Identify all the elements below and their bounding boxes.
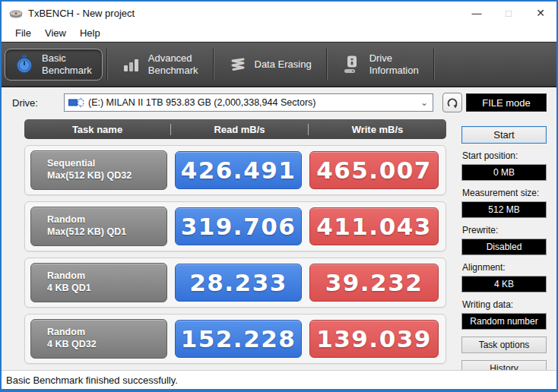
maximize-button[interactable]: □ [493, 2, 525, 24]
task-button-random-4kb-qd1[interactable]: Random 4 KB QD1 [30, 263, 167, 302]
header-write: Write mB/s [308, 124, 446, 135]
status-bar: Basic Benchmark finished successfully. [2, 370, 556, 389]
window-controls: — □ ✕ [461, 2, 556, 24]
table-header: Task name Read mB/s Write mB/s [24, 119, 446, 139]
chevron-down-icon[interactable]: ⌄ [420, 97, 428, 108]
title-bar: TxBENCH - New project — □ ✕ [2, 2, 556, 24]
write-value: 411.043 [309, 207, 439, 245]
alignment-value[interactable]: 4 KB [461, 276, 547, 292]
minimize-button[interactable]: — [461, 2, 493, 24]
partition-icon [68, 97, 84, 108]
drive-combobox[interactable]: (E:) MILAN II 1TB 953.83 GB (2,000,338,9… [64, 93, 433, 112]
start-position-value[interactable]: 0 MB [461, 164, 547, 181]
refresh-drives-button[interactable] [442, 93, 462, 112]
write-value: 465.007 [309, 151, 439, 189]
task-button-random-qd1[interactable]: Random Max(512 KB) QD1 [30, 207, 167, 246]
start-button[interactable]: Start [461, 126, 547, 144]
write-value: 139.039 [309, 320, 439, 358]
main-area: Task name Read mB/s Write mB/s Sequentia… [2, 118, 556, 377]
table-row: Random 4 KB QD32 152.228 139.039 [24, 314, 446, 364]
toolbar-separator [326, 49, 327, 81]
menu-file[interactable]: File [8, 27, 38, 39]
tab-drive-information[interactable]: Drive Information [331, 49, 430, 81]
window-title: TxBENCH - New project [28, 8, 135, 19]
tab-advanced-benchmark[interactable]: Advanced Benchmark [111, 49, 209, 81]
drive-label: Drive: [12, 97, 64, 109]
table-row: Random 4 KB QD1 28.233 39.232 [24, 258, 446, 308]
task-button-random-4kb-qd32[interactable]: Random 4 KB QD32 [30, 319, 167, 359]
alignment-label: Alignment: [462, 262, 547, 273]
close-button[interactable]: ✕ [525, 2, 556, 24]
tab-label: Drive Information [369, 52, 419, 76]
start-position-label: Start position: [462, 150, 547, 161]
menu-view[interactable]: View [38, 27, 73, 39]
header-task-name: Task name [24, 124, 170, 135]
tab-label: Basic Benchmark [42, 52, 92, 76]
stopwatch-icon [15, 55, 33, 74]
toolbar: Basic Benchmark Advanced Benchmark Data … [2, 42, 556, 87]
tab-label: Advanced Benchmark [148, 52, 198, 76]
status-text: Basic Benchmark finished successfully. [6, 375, 178, 386]
app-window: TxBENCH - New project — □ ✕ File View He… [0, 0, 558, 392]
prewrite-value[interactable]: Disabled [461, 239, 547, 255]
tab-basic-benchmark[interactable]: Basic Benchmark [5, 49, 103, 81]
file-mode-button[interactable]: FILE mode [466, 93, 547, 112]
write-value: 39.232 [309, 264, 439, 302]
writing-data-value[interactable]: Random number [461, 313, 547, 330]
writing-data-label: Writing data: [462, 299, 547, 310]
measurement-size-value[interactable]: 512 MB [461, 201, 547, 218]
table-row: Random Max(512 KB) QD1 319.706 411.043 [24, 201, 446, 251]
menu-help[interactable]: Help [73, 27, 107, 39]
prewrite-label: Prewrite: [462, 225, 547, 236]
drive-icon [341, 55, 361, 74]
tab-data-erasing[interactable]: Data Erasing [217, 49, 322, 81]
toolbar-separator [213, 49, 214, 81]
menu-bar: File View Help [2, 24, 556, 42]
toolbar-separator [106, 49, 107, 81]
app-logo-icon [9, 7, 23, 19]
task-button-sequential-qd32[interactable]: Sequential Max(512 KB) QD32 [30, 150, 167, 190]
measurement-size-label: Measurement size: [462, 188, 547, 198]
read-value: 426.491 [175, 151, 302, 189]
read-value: 152.228 [175, 320, 302, 358]
drive-selector-row: Drive: (E:) MILAN II 1TB 953.83 GB (2,00… [2, 87, 556, 118]
settings-panel: Start Start position: 0 MB Measurement s… [461, 119, 547, 377]
tab-label: Data Erasing [255, 58, 312, 71]
toolbar-separator [433, 49, 434, 81]
refresh-icon [446, 96, 458, 109]
erase-zigzag-icon [228, 56, 246, 73]
bar-chart-icon [122, 55, 140, 74]
read-value: 319.706 [175, 207, 302, 245]
drive-selected-text: (E:) MILAN II 1TB 953.83 GB (2,000,338,9… [88, 97, 420, 108]
task-options-button[interactable]: Task options [461, 337, 547, 353]
benchmark-table: Task name Read mB/s Write mB/s Sequentia… [24, 119, 446, 377]
table-row: Sequential Max(512 KB) QD32 426.491 465.… [24, 145, 446, 195]
read-value: 28.233 [175, 264, 302, 302]
header-read: Read mB/s [170, 124, 308, 135]
